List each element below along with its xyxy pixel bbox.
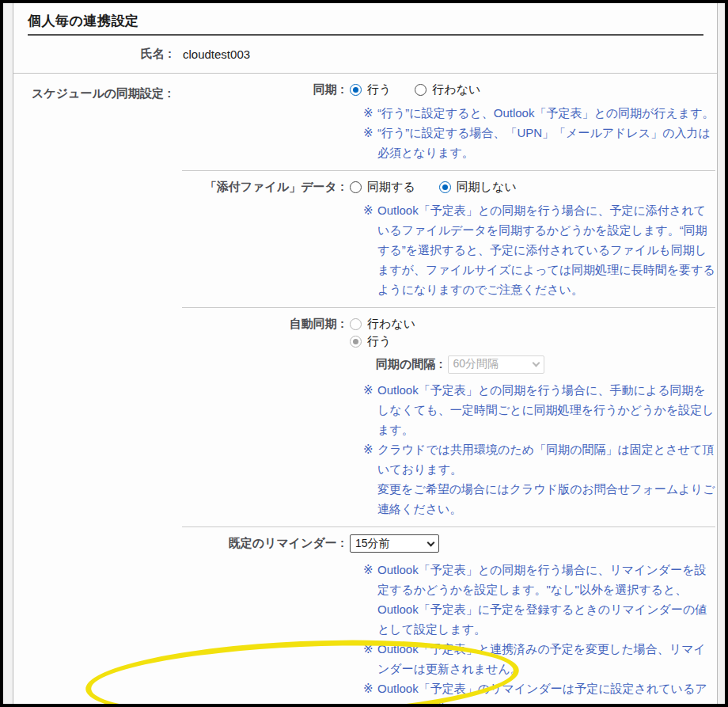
reminder-label: 既定のリマインダー : (182, 534, 344, 707)
radio-sync-off[interactable] (415, 84, 427, 96)
name-row: 氏名 : cloudtest003 (13, 36, 717, 74)
auto-sync-notes: ※ Outlook「予定表」との同期を行う場合に、手動による同期をしなくても、一… (363, 380, 715, 519)
auto-sync-row: 自動同期 : 行わない 行う 同期の間隔 : (182, 308, 715, 526)
settings-panel: 個人毎の連携設定 氏名 : cloudtest003 スケジュールの同期設定 :… (13, 3, 718, 704)
auto-sync-label: 自動同期 : (182, 315, 344, 519)
chevron-down-icon (532, 359, 540, 367)
page-title: 個人毎の連携設定 (28, 12, 703, 30)
schedule-section-label: スケジュールの同期設定 : (32, 86, 171, 101)
note-continuation: 変更をご希望の場合にはクラウド版のお問合せフォームよりご連絡ください。 (363, 479, 715, 519)
note: ※ “行う”に設定する場合、「UPN」「メールアドレス」の入力は必須となります。 (363, 123, 715, 162)
radio-attach-nosync-label[interactable]: 同期しない (457, 180, 517, 195)
note: ※ Outlook「予定表」との同期を行う場合に、手動による同期をしなくても、一… (363, 380, 715, 439)
radio-sync-off-label[interactable]: 行わない (432, 82, 480, 97)
sync-interval-value: 60分間隔 (453, 357, 499, 371)
sync-interval-row: 同期の間隔 : 60分間隔 (376, 354, 715, 374)
note: ※ Outlook「予定表」と連携済みの予定を変更した場合、リマインダーは更新さ… (363, 639, 715, 678)
sync-radio-group: 行う 行わない (350, 82, 715, 97)
radio-auto-on-label: 行う (367, 334, 391, 349)
radio-auto-off-label: 行わない (367, 317, 415, 332)
note: ※ “行う”に設定すると、Outlook「予定表」との同期が行えます。 (363, 103, 715, 123)
chevron-down-icon (427, 538, 435, 546)
radio-auto-off (350, 318, 362, 330)
radio-attach-sync-label[interactable]: 同期する (367, 180, 415, 195)
sync-interval-select: 60分間隔 (448, 355, 544, 374)
auto-sync-radio-off: 行わない (350, 316, 715, 332)
sync-notes: ※ “行う”に設定すると、Outlook「予定表」との同期が行えます。 ※ “行… (363, 103, 715, 162)
name-value: cloudtest003 (183, 48, 250, 61)
radio-auto-on (350, 336, 362, 348)
auto-sync-content: 行わない 行う 同期の間隔 : 60分間隔 (350, 315, 715, 519)
reminder-value: 15分前 (355, 537, 390, 551)
attachment-row: 「添付ファイル」データ : 同期する 同期しない ※ Out (182, 171, 715, 307)
note: ※ Outlook「予定表」との同期を行う場合に、リマインダーを設定するかどうか… (363, 560, 715, 639)
radio-sync-on-label[interactable]: 行う (367, 82, 391, 97)
note: ※ Outlook「予定表」との同期を行う場合に、予定に添付されているファイルデ… (363, 200, 715, 299)
sync-row: 同期 : 行う 行わない ※ “行う”に設定すると、Outl (182, 74, 715, 170)
radio-sync-on[interactable] (350, 84, 362, 96)
schedule-section-body: 同期 : 行う 行わない ※ “行う”に設定すると、Outl (182, 74, 715, 707)
sync-label: 同期 : (182, 81, 344, 162)
attachment-radio-group: 同期する 同期しない (350, 179, 715, 195)
settings-window: 個人毎の連携設定 氏名 : cloudtest003 スケジュールの同期設定 :… (0, 0, 728, 707)
auto-sync-radio-on: 行う (350, 333, 715, 349)
note: ※ クラウドでは共用環境のため「同期の間隔」は固定とさせて頂いております。 (363, 439, 715, 479)
name-label: 氏名 : (13, 47, 172, 62)
radio-attach-nosync[interactable] (439, 181, 451, 193)
reminder-content: 15分前 ※ Outlook「予定表」との同期を行う場合に、リマインダーを設定す… (350, 534, 715, 707)
attachment-label: 「添付ファイル」データ : (182, 178, 344, 299)
attachment-content: 同期する 同期しない ※ Outlook「予定表」との同期を行う場合に、予定に添… (350, 178, 715, 299)
reminder-row: 既定のリマインダー : 15分前 ※ Outlook「予定表」との同期を行う場合… (182, 527, 715, 707)
radio-attach-sync[interactable] (350, 181, 362, 193)
sync-interval-label: 同期の間隔 : (376, 357, 443, 372)
sync-content: 行う 行わない ※ “行う”に設定すると、Outlook「予定表」との同期が行え… (350, 81, 715, 162)
reminder-select[interactable]: 15分前 (350, 534, 439, 553)
attachment-notes: ※ Outlook「予定表」との同期を行う場合に、予定に添付されているファイルデ… (363, 200, 715, 299)
title-block: 個人毎の連携設定 (28, 3, 703, 36)
reminder-notes: ※ Outlook「予定表」との同期を行う場合に、リマインダーを設定するかどうか… (363, 560, 715, 707)
schedule-sync-section: スケジュールの同期設定 : 同期 : 行う 行わない (13, 74, 717, 707)
note: ※ Outlook「予定表」のリマインダーは予定に設定されているアラームと同期さ… (363, 678, 715, 707)
